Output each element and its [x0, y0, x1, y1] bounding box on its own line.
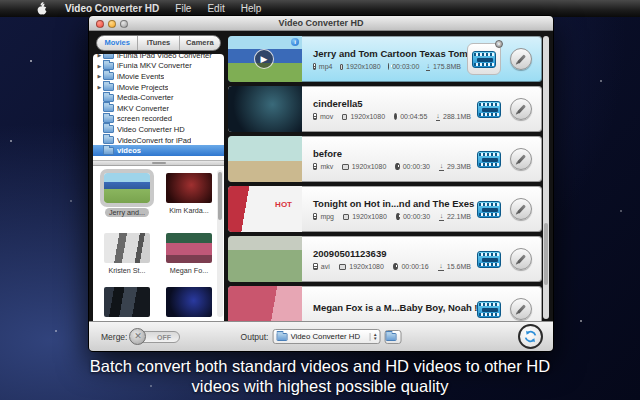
merge-toggle[interactable]: OFF ✕ — [129, 328, 181, 345]
video-thumbnail[interactable] — [228, 286, 302, 321]
video-meta: mkv 1920x1080 00:00:30 ↓29.3MB — [313, 163, 471, 171]
edit-button[interactable] — [510, 98, 532, 120]
folder-item[interactable]: ▶iMovie Events — [93, 71, 224, 82]
folder-item-selected[interactable]: videos — [93, 145, 224, 156]
thumbnail-item[interactable] — [103, 287, 151, 317]
video-row[interactable]: Megan Fox is a M...Baby Boy, Noah ! — [228, 286, 542, 321]
pencil-icon — [517, 204, 526, 213]
video-thumbnail[interactable] — [104, 287, 150, 317]
video-thumbnail[interactable] — [228, 136, 302, 182]
video-row[interactable]: HOT Tonight on Hot in...nd and The Exes … — [228, 186, 542, 232]
scrollbar-thumb[interactable] — [218, 172, 222, 220]
output-format-button[interactable] — [477, 151, 501, 168]
output-format-button[interactable]: × — [467, 43, 501, 75]
video-row[interactable]: i ▶ Jerry and Tom Cartoon Texas Tom 2 mp… — [228, 36, 542, 82]
folder-icon — [103, 83, 114, 91]
edit-button[interactable] — [510, 148, 532, 170]
thumbnail-item[interactable]: Kristen St... — [103, 233, 151, 275]
folder-label: iFunia iPad Video Converter — [117, 54, 212, 60]
output-format-button[interactable] — [477, 301, 501, 318]
info-badge-icon[interactable]: i — [291, 38, 299, 46]
zoom-button[interactable] — [120, 20, 128, 28]
format-film-icon — [477, 251, 501, 268]
menu-help[interactable]: Help — [241, 3, 262, 14]
disclosure-triangle-icon[interactable]: ▶ — [96, 54, 103, 58]
scrollbar-thumb[interactable] — [544, 223, 548, 285]
menu-edit[interactable]: Edit — [207, 3, 224, 14]
thumbnail-scrollbar — [217, 170, 223, 317]
folder-item[interactable]: Video Converter HD — [93, 124, 224, 135]
edit-button[interactable] — [510, 198, 532, 220]
app-window: Video Converter HD Movies iTunes Camera … — [88, 15, 554, 352]
browse-folder-button[interactable] — [384, 330, 401, 344]
video-title: Tonight on Hot in...nd and The Exes — [313, 198, 471, 209]
disclosure-triangle-icon[interactable]: ▶ — [96, 63, 103, 69]
convert-button[interactable] — [518, 324, 543, 349]
resolution-icon — [342, 164, 348, 170]
video-thumbnail[interactable] — [228, 236, 302, 282]
convert-arrows-icon — [523, 329, 538, 344]
video-thumbnail[interactable] — [104, 173, 150, 203]
file-size-icon: ↓ — [439, 213, 444, 221]
video-row[interactable]: cinderella5 mov 1920x1080 00:04:55 ↓288.… — [228, 86, 542, 132]
video-row[interactable]: 20090501123639 avi 1920x1080 00:00:16 ↓1… — [228, 236, 542, 282]
folder-label: videos — [117, 146, 141, 155]
file-size-icon: ↓ — [426, 63, 430, 71]
select-stepper-icon: ▲▼ — [370, 333, 377, 341]
video-thumbnail[interactable] — [104, 233, 150, 263]
format-film-icon — [477, 101, 501, 118]
folder-item[interactable]: screen recorded — [93, 114, 224, 125]
thumbnail-label: Jerry and... — [105, 208, 149, 217]
output-destination-select[interactable]: Video Converter HD ▲▼ — [272, 329, 380, 344]
folder-label: iMovie Projects — [117, 83, 168, 92]
output-format-button[interactable] — [477, 101, 501, 118]
folder-item[interactable]: ▶iFunia iPad Video Converter — [93, 54, 224, 61]
duration-icon — [388, 63, 389, 70]
folder-label: MKV Converter — [117, 104, 169, 113]
video-thumbnail[interactable] — [228, 86, 302, 132]
tab-camera[interactable]: Camera — [180, 36, 220, 50]
folder-item[interactable]: Media-Converter — [93, 92, 224, 103]
edit-button[interactable] — [510, 248, 532, 270]
disclosure-triangle-icon[interactable]: ▶ — [96, 73, 103, 79]
pencil-icon — [517, 104, 526, 113]
pencil-icon — [517, 54, 526, 63]
thumbnail-item[interactable]: Megan Fo... — [165, 233, 213, 275]
close-button[interactable] — [96, 20, 104, 28]
format-film-icon — [472, 51, 496, 68]
disclosure-triangle-icon[interactable]: ▶ — [96, 84, 103, 90]
thumbnail-item[interactable]: Kim Karda... — [165, 173, 213, 221]
video-thumbnail[interactable] — [166, 233, 212, 263]
video-thumbnail[interactable] — [166, 173, 212, 203]
folder-item[interactable]: ▶iFunia MKV Converter — [93, 61, 224, 72]
edit-button[interactable] — [510, 298, 532, 320]
thumbnail-label: Megan Fo... — [165, 266, 213, 275]
folder-item[interactable]: VideoConvert for iPad — [93, 135, 224, 146]
video-meta: mp4 1920x1080 00:03:00 ↓175.8MB — [313, 63, 461, 71]
remove-badge-icon[interactable]: × — [495, 40, 503, 48]
title-bar[interactable]: Video Converter HD — [89, 16, 553, 31]
folder-item[interactable]: MKV Converter — [93, 103, 224, 114]
minimize-button[interactable] — [108, 20, 116, 28]
folder-icon — [103, 115, 114, 123]
file-format-icon — [313, 213, 317, 220]
video-meta: avi 1920x1080 00:00:16 ↓15.6MB — [313, 263, 471, 271]
thumbnail-item[interactable] — [165, 287, 213, 317]
edit-button[interactable] — [510, 48, 532, 70]
folder-item[interactable]: ▶iMovie Projects — [93, 82, 224, 93]
apple-menu-icon[interactable] — [36, 2, 47, 15]
tab-itunes[interactable]: iTunes — [138, 36, 179, 50]
play-icon[interactable]: ▶ — [254, 49, 274, 69]
output-format-button[interactable] — [477, 201, 501, 218]
menu-file[interactable]: File — [175, 3, 191, 14]
file-format-icon — [313, 63, 316, 70]
output-value: Video Converter HD — [290, 332, 368, 341]
video-thumbnail[interactable] — [166, 287, 212, 317]
video-row[interactable]: before mkv 1920x1080 00:00:30 ↓29.3MB — [228, 136, 542, 182]
menu-app-name[interactable]: Video Converter HD — [65, 3, 159, 14]
thumbnail-item[interactable]: Jerry and... — [103, 173, 151, 221]
video-thumbnail[interactable]: i ▶ — [228, 36, 302, 82]
video-thumbnail[interactable]: HOT — [228, 186, 302, 232]
tab-movies[interactable]: Movies — [97, 36, 138, 50]
output-format-button[interactable] — [477, 251, 501, 268]
